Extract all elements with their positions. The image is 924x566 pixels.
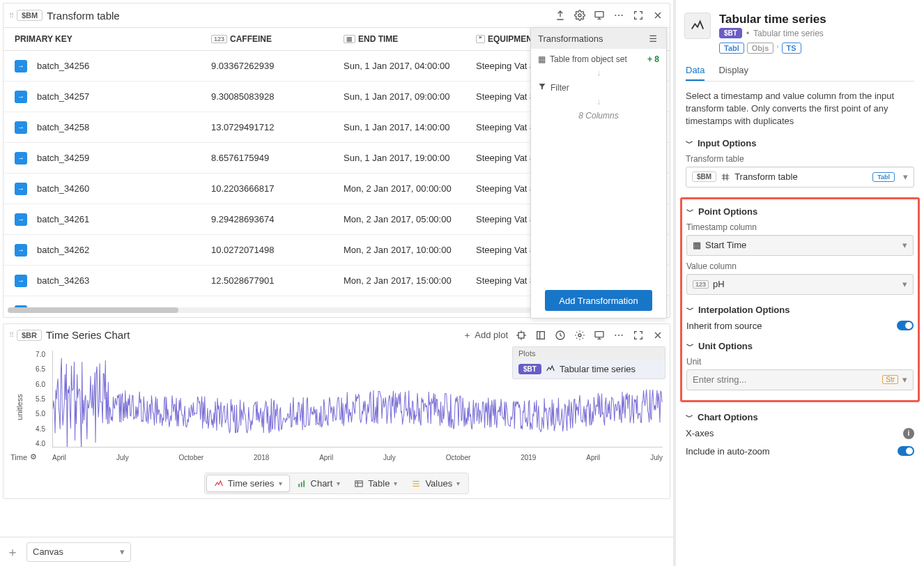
tag-objs[interactable]: Objs [747,43,773,54]
arrow-down-icon: ↓ [538,97,659,107]
right-panel-title: Tabular time series [719,13,826,26]
target-icon[interactable] [515,329,528,342]
drag-handle-icon[interactable]: ⠿ [9,12,13,20]
section-unit-options[interactable]: ﹀Unit Options [686,341,914,351]
section-chart-options[interactable]: ﹀Chart Options [686,412,914,422]
arrow-down-icon: ↓ [538,68,659,78]
right-panel-description: Select a timestamp and value column from… [684,90,916,128]
transformations-popover: Transformations ☰ ▦ Table from object se… [530,27,667,319]
x-axis-ticks: AprilJulyOctober2018AprilJulyOctober2019… [52,454,663,461]
inherit-toggle[interactable] [897,321,914,330]
tab-display[interactable]: Display [718,61,748,81]
canvas-selector[interactable]: Canvas▾ [26,542,131,562]
fullscreen-icon[interactable] [632,329,645,342]
unit-input-container: Str ▾ [686,369,914,390]
calendar-icon: ▦ [693,240,701,250]
info-icon[interactable]: i [903,428,914,439]
view-values-button[interactable]: Values▾ [404,475,467,492]
tab-data[interactable]: Data [686,61,704,81]
filter-icon [538,82,546,93]
tag-tabl[interactable]: Tabl [719,43,744,54]
number-type-chip: 123 [211,35,227,43]
svg-point-11 [618,335,619,336]
svg-point-0 [578,14,581,17]
section-input-options[interactable]: ﹀Input Options [686,138,914,148]
gear-icon[interactable] [573,329,586,342]
string-type-chip: ❞ [476,35,485,43]
svg-point-8 [578,334,581,337]
columns-count: 8 Columns [538,111,659,121]
timestamp-column-label: Timestamp column [686,222,914,232]
gear-icon[interactable] [573,9,586,22]
clock-icon[interactable] [554,329,567,342]
more-icon[interactable] [613,9,625,22]
fullscreen-icon[interactable] [632,9,645,22]
chart-type-icon [684,13,711,39]
y-axis-ticks: 7.06.56.05.55.04.54.0 [10,351,45,448]
column-end-time[interactable]: ▦END TIME [338,34,470,44]
highlighted-options-region: ﹀Point Options Timestamp column ▦ Start … [680,197,920,402]
plots-popover: Plots $BT Tabular time series [512,346,665,379]
svg-point-10 [615,335,616,336]
auto-zoom-toggle[interactable] [898,446,914,456]
svg-rect-13 [298,484,300,487]
view-time-series-button[interactable]: Time series▾ [206,475,290,492]
gear-icon[interactable]: ⚙ [30,452,37,461]
svg-rect-9 [595,332,603,337]
section-point-options[interactable]: ﹀Point Options [686,206,914,217]
table-panel-header: ⠿ $BM Transform table [3,3,670,27]
chart-view-toolbar: Time series▾ Chart▾ Table▾ Values▾ [3,468,670,498]
view-table-button[interactable]: Table▾ [347,475,404,492]
row-icon: → [15,244,27,257]
tag-ts[interactable]: TS [782,43,801,54]
canvas-footer: ＋ Canvas▾ [0,537,673,566]
svg-rect-1 [595,12,603,17]
row-icon: → [15,152,27,165]
table-set-icon: ▦ [538,54,546,64]
drag-handle-icon[interactable]: ⠿ [9,331,13,339]
svg-point-12 [622,335,623,336]
close-icon[interactable] [652,329,664,342]
transform-table-selector[interactable]: $BM Transform table Tabl ▾ [686,167,914,188]
add-canvas-button[interactable]: ＋ [4,544,21,560]
table-from-object-set[interactable]: ▦ Table from object set + 8 [538,54,659,64]
number-type-chip: 123 [693,280,709,289]
svg-rect-5 [518,332,524,338]
section-interpolation-options[interactable]: ﹀Interpolation Options [686,305,914,315]
more-icon[interactable] [613,329,625,342]
monitor-icon[interactable] [593,9,606,22]
time-axis-label[interactable]: Time ⚙ [10,452,37,461]
plot-item-tabular[interactable]: $BT Tabular time series [513,360,665,378]
filter-transformation[interactable]: Filter [538,82,659,93]
str-type-chip: Str [882,375,898,384]
column-caffeine[interactable]: 123CAFFEINE [206,34,338,44]
add-plot-button[interactable]: ＋ Add plot [463,329,508,342]
plots-label: Plots [513,347,665,360]
table-badge: $BM [17,10,43,21]
x-axes-label: X-axes [686,428,714,438]
add-transformation-button[interactable]: Add Transformation [545,290,652,311]
inherit-from-source-label: Inherit from source [686,321,762,331]
value-column-selector[interactable]: 123 pH▾ [686,274,914,295]
plus-columns-badge: + 8 [647,54,659,64]
unit-dropdown-caret[interactable]: ▾ [902,374,907,385]
svg-point-2 [615,15,616,16]
timestamp-column-selector[interactable]: ▦ Start Time▾ [686,235,914,256]
panel-icon[interactable] [534,329,547,342]
table-panel-title: Transform table [47,10,119,22]
transformations-title: Transformations [538,33,603,44]
right-panel-subtype: Tabular time series [753,29,824,38]
view-chart-button[interactable]: Chart▾ [290,475,348,492]
svg-rect-6 [537,332,545,339]
unit-label: Unit [686,357,914,367]
row-icon: → [15,60,27,72]
transformations-menu-icon[interactable]: ☰ [647,32,659,45]
chart-plot-area[interactable]: unitless 7.06.56.05.55.04.54.0 AprilJuly… [3,346,670,468]
close-icon[interactable] [652,9,664,22]
upload-icon[interactable] [554,9,567,22]
unit-input[interactable] [693,374,878,385]
svg-rect-16 [355,480,363,486]
row-icon: → [15,183,27,195]
monitor-icon[interactable] [593,329,606,342]
column-primary-key[interactable]: PRIMARY KEY [3,34,206,44]
